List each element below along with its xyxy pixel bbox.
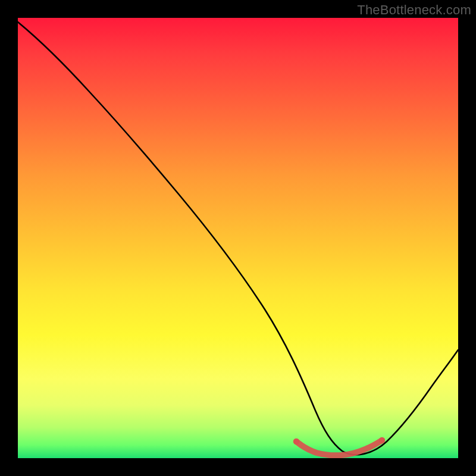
- watermark-text: TheBottleneck.com: [357, 2, 471, 18]
- highlight-dot-right: [379, 437, 385, 443]
- chart-svg: [18, 18, 458, 458]
- curve-line: [18, 22, 458, 455]
- plot-area: [18, 18, 458, 458]
- highlight-dot-left: [293, 439, 299, 444]
